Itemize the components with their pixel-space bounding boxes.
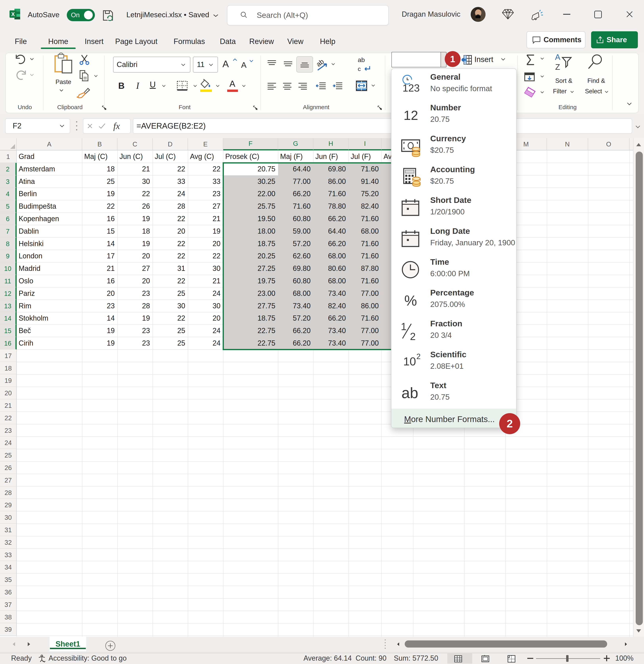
svg-text:X: X [11, 11, 15, 17]
svg-text:Z: Z [555, 63, 560, 71]
svg-text:A: A [555, 53, 560, 61]
svg-text:2: 2 [410, 331, 416, 342]
svg-text:1: 1 [401, 321, 407, 332]
